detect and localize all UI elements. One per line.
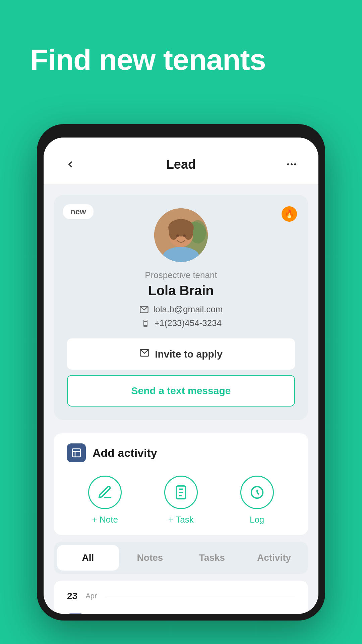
back-icon <box>65 159 76 170</box>
header: Lead <box>44 138 318 185</box>
svg-point-10 <box>184 225 193 240</box>
phone-icon <box>140 318 150 328</box>
timeline-date: 23 Apr <box>67 591 295 601</box>
timeline-item: Tour request <box>67 608 295 614</box>
svg-point-9 <box>169 225 178 240</box>
tab-all[interactable]: All <box>57 545 119 571</box>
phone-row: +1(233)454-3234 <box>67 318 295 328</box>
timeline-section: 23 Apr Tour request <box>54 581 308 614</box>
phone-value: +1(233)454-3234 <box>155 318 222 328</box>
menu-button[interactable] <box>282 154 302 174</box>
email-icon <box>139 305 149 315</box>
log-icon <box>249 485 265 500</box>
avatar-image <box>154 208 208 262</box>
svg-point-11 <box>176 234 179 237</box>
fire-badge: 🔥 <box>282 206 297 222</box>
activity-header: Add activity <box>67 443 295 462</box>
app-screen: Lead new <box>44 138 318 614</box>
text-message-label: Send a text message <box>131 385 231 396</box>
task-icon <box>173 485 189 500</box>
svg-rect-19 <box>72 449 80 457</box>
profile-role: Prospective tenant <box>67 270 295 280</box>
avatar <box>154 208 208 262</box>
note-icon <box>97 485 113 500</box>
invite-icon <box>139 348 149 360</box>
timeline-item-icon <box>67 613 84 614</box>
log-label: Log <box>250 515 264 525</box>
add-task-button[interactable]: + Task <box>164 476 198 525</box>
svg-point-12 <box>183 234 186 237</box>
date-month: Apr <box>85 592 97 600</box>
profile-info: Prospective tenant Lola Brain lola.b@gma… <box>67 270 295 328</box>
profile-card: new <box>54 195 308 420</box>
svg-rect-13 <box>163 252 199 262</box>
phone-shell: Lead new <box>37 124 325 621</box>
tabs-section: All Notes Tasks Activity <box>54 542 308 574</box>
profile-name: Lola Brain <box>67 283 295 298</box>
invite-button-label: Invite to apply <box>155 348 223 360</box>
activity-section: Add activity + Note <box>54 433 308 535</box>
timeline-line <box>105 596 295 596</box>
send-text-button[interactable]: Send a text message <box>67 375 295 407</box>
note-label: + Note <box>92 515 118 525</box>
task-label: + Task <box>168 515 193 525</box>
avatar-wrapper: 🔥 <box>67 208 295 262</box>
email-row: lola.b@gmail.com <box>67 304 295 315</box>
back-button[interactable] <box>60 154 80 174</box>
log-circle <box>240 476 274 509</box>
invite-to-apply-button[interactable]: Invite to apply <box>67 338 295 370</box>
phone-screen: Lead new <box>44 138 318 614</box>
activity-section-label: Add activity <box>93 446 157 460</box>
tab-notes[interactable]: Notes <box>119 545 181 571</box>
svg-point-1 <box>291 163 293 165</box>
date-number: 23 <box>67 591 77 601</box>
task-circle <box>164 476 198 509</box>
header-title: Lead <box>166 157 196 172</box>
tab-tasks[interactable]: Tasks <box>181 545 243 571</box>
add-log-button[interactable]: Log <box>240 476 274 525</box>
more-icon <box>286 158 298 170</box>
note-circle <box>88 476 122 509</box>
page-title: Find new tenants <box>30 44 266 76</box>
add-note-button[interactable]: + Note <box>88 476 122 525</box>
tab-activity[interactable]: Activity <box>243 545 305 571</box>
activity-actions: + Note + Task <box>67 476 295 525</box>
svg-point-2 <box>294 163 296 165</box>
email-value: lola.b@gmail.com <box>153 304 223 315</box>
svg-point-0 <box>287 163 289 165</box>
activity-section-icon <box>67 443 86 462</box>
svg-line-28 <box>257 492 259 494</box>
